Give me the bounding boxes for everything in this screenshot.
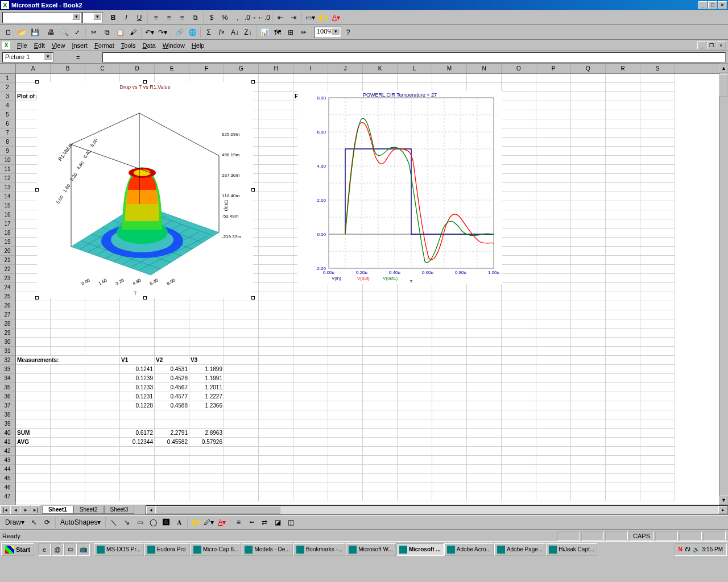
cell-R8[interactable] (606, 138, 640, 147)
cell-S34[interactable] (640, 374, 675, 383)
cell-O29[interactable] (502, 329, 536, 338)
cell-Q29[interactable] (571, 329, 606, 338)
cell-O20[interactable] (502, 247, 536, 256)
cell-C28[interactable] (85, 319, 120, 329)
shadow-button[interactable]: ◪ (271, 516, 284, 529)
row-header-7[interactable]: 7 (0, 128, 15, 138)
cell-M28[interactable] (432, 319, 467, 329)
cell-J34[interactable] (328, 374, 363, 383)
row-header-36[interactable]: 36 (0, 392, 15, 401)
taskbar-app-2[interactable]: Micro-Cap 6... (191, 543, 242, 556)
cell-H18[interactable] (259, 228, 293, 238)
cell-G30[interactable] (224, 338, 259, 347)
cell-H21[interactable] (259, 256, 293, 265)
menu-help[interactable]: Help (188, 41, 208, 50)
cell-E38[interactable] (155, 410, 189, 419)
cell-B36[interactable] (51, 392, 85, 401)
cell-I33[interactable] (293, 365, 328, 374)
cell-G29[interactable] (224, 329, 259, 338)
cell-Q44[interactable] (571, 465, 606, 474)
cell-S25[interactable] (640, 292, 675, 301)
cell-F46[interactable] (189, 483, 224, 492)
cell-O28[interactable] (502, 319, 536, 329)
cell-O10[interactable] (502, 156, 536, 165)
zoom-combo[interactable]: 100% (314, 27, 341, 38)
cell-S30[interactable] (640, 338, 675, 347)
cell-B27[interactable] (51, 310, 85, 319)
taskbar-app-0[interactable]: MS-DOS Pr... (94, 543, 144, 556)
cell-H45[interactable] (259, 474, 293, 483)
cell-R16[interactable] (606, 210, 640, 219)
cell-A28[interactable] (16, 319, 51, 329)
cell-N31[interactable] (467, 347, 502, 356)
cell-S10[interactable] (640, 156, 675, 165)
row-header-47[interactable]: 47 (0, 492, 15, 501)
cell-S11[interactable] (640, 165, 675, 174)
percent-button[interactable]: % (218, 11, 231, 24)
cell-O19[interactable] (502, 238, 536, 247)
cell-N28[interactable] (467, 319, 502, 329)
cell-S44[interactable] (640, 465, 675, 474)
cell-R40[interactable] (606, 429, 640, 438)
cell-O45[interactable] (502, 474, 536, 483)
dash-style-button[interactable]: ┅ (245, 516, 258, 529)
cell-L25[interactable] (398, 292, 432, 301)
col-header-K[interactable]: K (363, 64, 398, 73)
cell-S21[interactable] (640, 256, 675, 265)
cell-I31[interactable] (293, 347, 328, 356)
cell-S22[interactable] (640, 265, 675, 274)
cell-G43[interactable] (224, 456, 259, 465)
cell-N43[interactable] (467, 456, 502, 465)
cell-J43[interactable] (328, 456, 363, 465)
cell-K28[interactable] (363, 319, 398, 329)
cell-A30[interactable] (16, 338, 51, 347)
cell-R15[interactable] (606, 201, 640, 210)
cell-N30[interactable] (467, 338, 502, 347)
row-header-23[interactable]: 23 (0, 274, 15, 283)
scroll-left-button[interactable]: ◂ (146, 506, 155, 514)
doc-close-button[interactable]: × (717, 41, 726, 49)
cell-G41[interactable] (224, 438, 259, 447)
vertical-scrollbar[interactable]: ▲ ▼ (719, 64, 728, 505)
close-button[interactable]: × (718, 1, 727, 9)
font-color-button[interactable]: A▾ (330, 11, 342, 24)
cell-H3[interactable] (259, 92, 293, 101)
cell-G32[interactable] (224, 356, 259, 365)
cell-K27[interactable] (363, 310, 398, 319)
menu-view[interactable]: View (48, 41, 69, 50)
cell-E45[interactable] (155, 474, 189, 483)
row-header-24[interactable]: 24 (0, 283, 15, 292)
cell-N32[interactable] (467, 356, 502, 365)
cell-S14[interactable] (640, 192, 675, 201)
cell-G36[interactable] (224, 392, 259, 401)
cell-C43[interactable] (85, 456, 120, 465)
cell-D43[interactable] (120, 456, 155, 465)
taskbar-app-9[interactable]: HiJaak Capt... (546, 543, 597, 556)
cell-R46[interactable] (606, 483, 640, 492)
scroll-thumb-h[interactable] (155, 506, 280, 514)
cell-G40[interactable] (224, 429, 259, 438)
cell-D27[interactable] (120, 310, 155, 319)
drawing-button[interactable]: ✏ (297, 26, 310, 39)
cell-D31[interactable] (120, 347, 155, 356)
cell-O33[interactable] (502, 365, 536, 374)
row-header-32[interactable]: 32 (0, 356, 15, 365)
cell-S13[interactable] (640, 183, 675, 192)
cell-S40[interactable] (640, 429, 675, 438)
cell-E28[interactable] (155, 319, 189, 329)
cell-O34[interactable] (502, 374, 536, 383)
cell-P6[interactable] (536, 119, 571, 128)
cell-S45[interactable] (640, 474, 675, 483)
cell-P1[interactable] (536, 74, 571, 83)
cell-N34[interactable] (467, 374, 502, 383)
cell-P15[interactable] (536, 201, 571, 210)
cell-P46[interactable] (536, 483, 571, 492)
cell-D47[interactable] (120, 492, 155, 501)
cell-P31[interactable] (536, 347, 571, 356)
cell-E41[interactable]: 0.45582 (155, 438, 189, 447)
cell-H24[interactable] (259, 283, 293, 292)
cell-R24[interactable] (606, 283, 640, 292)
cell-P39[interactable] (536, 419, 571, 429)
cell-O47[interactable] (502, 492, 536, 501)
cell-P10[interactable] (536, 156, 571, 165)
